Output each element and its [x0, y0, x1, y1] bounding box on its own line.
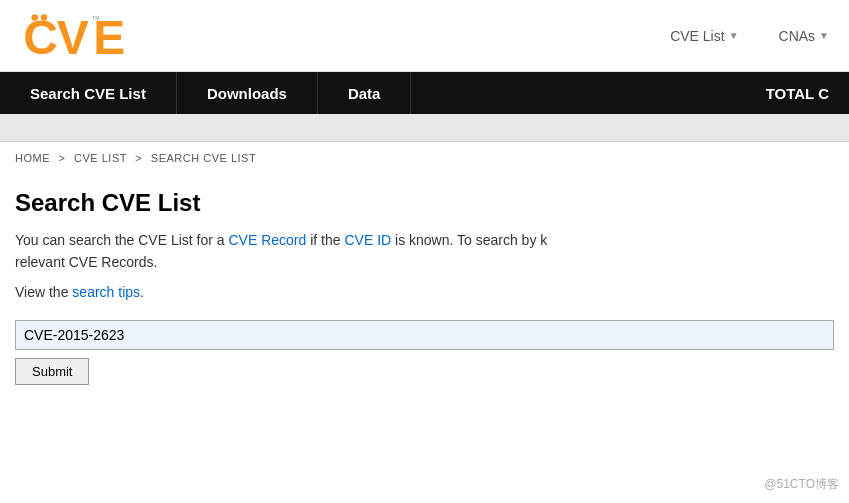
search-form: Submit [15, 320, 834, 385]
cve-id-link[interactable]: CVE ID [344, 232, 391, 248]
svg-text:V: V [57, 11, 89, 63]
cve-record-link[interactable]: CVE Record [229, 232, 307, 248]
toolbar-search-cve-list[interactable]: Search CVE List [0, 72, 177, 114]
submit-button[interactable]: Submit [15, 358, 89, 385]
desc-text-2: if the [306, 232, 344, 248]
svg-point-5 [41, 14, 48, 21]
tips-prefix: View the [15, 284, 72, 300]
search-input[interactable] [15, 320, 834, 350]
desc-text-4: relevant CVE Records. [15, 254, 157, 270]
toolbar-data[interactable]: Data [318, 72, 412, 114]
breadcrumb-sep-2: > [135, 152, 145, 164]
breadcrumb: HOME > CVE LIST > SEARCH CVE LIST [0, 142, 849, 174]
search-tips-line: View the search tips. [15, 284, 834, 300]
svg-text:C: C [23, 11, 57, 63]
logo-area: TM C V E [20, 8, 140, 63]
toolbar-downloads[interactable]: Downloads [177, 72, 318, 114]
breadcrumb-sep-1: > [59, 152, 69, 164]
svg-point-4 [31, 14, 38, 21]
black-toolbar: Search CVE List Downloads Data TOTAL C [0, 72, 849, 114]
breadcrumb-home[interactable]: HOME [15, 152, 50, 164]
svg-text:E: E [93, 11, 125, 63]
desc-text-1: You can search the CVE List for a [15, 232, 229, 248]
nav-cnas[interactable]: CNAs ▼ [779, 28, 829, 44]
chevron-down-icon: ▼ [729, 30, 739, 41]
nav-cve-list[interactable]: CVE List ▼ [670, 28, 738, 44]
page-title: Search CVE List [15, 189, 834, 217]
cve-logo: TM C V E [20, 8, 140, 63]
total-badge: TOTAL C [746, 72, 849, 114]
gray-bar [0, 114, 849, 142]
breadcrumb-cve-list[interactable]: CVE LIST [74, 152, 127, 164]
search-tips-link[interactable]: search tips [72, 284, 140, 300]
nav-links: CVE List ▼ CNAs ▼ [670, 28, 829, 44]
top-navigation: TM C V E CVE List ▼ CNAs ▼ [0, 0, 849, 72]
chevron-down-icon: ▼ [819, 30, 829, 41]
tips-suffix: . [140, 284, 144, 300]
main-content: Search CVE List You can search the CVE L… [0, 174, 849, 415]
desc-text-3: is known. To search by k [391, 232, 547, 248]
breadcrumb-current: SEARCH CVE LIST [151, 152, 256, 164]
description-paragraph: You can search the CVE List for a CVE Re… [15, 229, 834, 274]
